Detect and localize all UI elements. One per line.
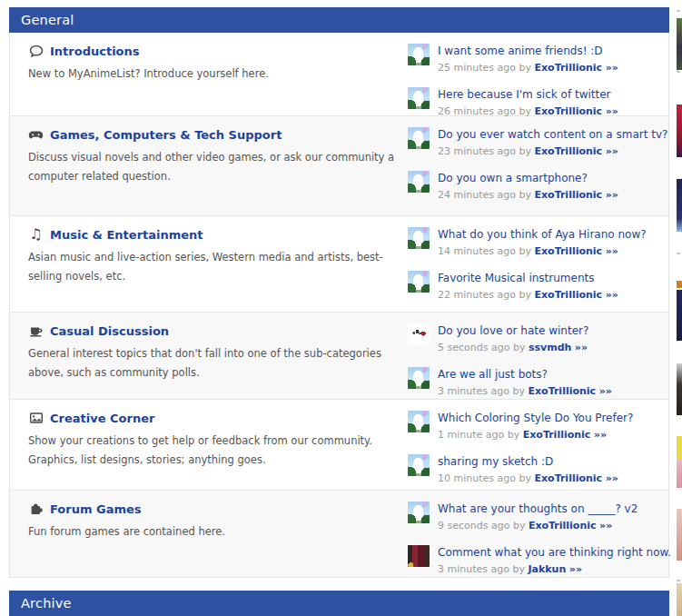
category-row-creative-corner: Creative Corner Show your creations to g… [10, 399, 668, 490]
topic-user-link[interactable]: ExoTrillionic [534, 145, 602, 157]
last-post-arrow-link[interactable]: »» [606, 62, 618, 74]
topic-item: Favorite Musical instruments 22 minutes … [408, 271, 661, 303]
topic-user-link[interactable]: ExoTrillionic [534, 245, 602, 257]
topic-link[interactable]: Do you own a smartphone? [438, 172, 618, 184]
category-link[interactable]: Introductions [50, 45, 140, 58]
category-link[interactable]: Music & Entertainment [50, 228, 203, 242]
topic-link[interactable]: Here because I'm sick of twitter [438, 88, 618, 101]
cutoff-text-fragment [677, 10, 680, 12]
last-post-arrow-link[interactable]: »» [606, 245, 618, 257]
topic-avatar[interactable] [408, 44, 430, 65]
topic-link[interactable]: What are your thoughts on _____? v2 [438, 502, 638, 515]
topic-time: 10 minutes ago by [438, 472, 531, 484]
topic-avatar[interactable] [408, 323, 430, 345]
topic-link[interactable]: Which Coloring Style Do You Prefer? [438, 412, 633, 424]
topic-meta: 9 seconds ago by ExoTrillionic »» [438, 520, 638, 532]
topic-item: What are your thoughts on _____? v2 9 se… [408, 502, 671, 533]
puzzle-icon [28, 502, 44, 516]
topic-user-link[interactable]: ExoTrillionic [534, 189, 602, 201]
category-link[interactable]: Casual Discussion [50, 324, 169, 338]
topic-time: 1 minute ago by [438, 429, 519, 441]
topic-user-link[interactable]: ExoTrillionic [534, 472, 602, 484]
topic-item: What do you think of Aya Hirano now? 14 … [408, 227, 661, 259]
category-link[interactable]: Creative Corner [50, 412, 154, 425]
topic-link[interactable]: Favorite Musical instruments [438, 272, 618, 284]
topic-user-link[interactable]: ExoTrillionic [534, 289, 602, 301]
topic-link[interactable]: sharing my sketch :D [438, 455, 618, 468]
topic-avatar[interactable] [408, 545, 430, 567]
category-info: Forum Games Fun forum games are containe… [28, 502, 398, 577]
topic-time: 14 minutes ago by [438, 245, 531, 257]
category-info: Games, Computers & Tech Support Discuss … [28, 127, 398, 215]
topic-link[interactable]: Are we all just bots? [438, 368, 612, 381]
topic-avatar[interactable] [408, 271, 430, 293]
archive-header-bar: Archive [9, 591, 669, 616]
category-link[interactable]: Forum Games [50, 502, 142, 516]
topic-meta: 23 minutes ago by ExoTrillionic »» [438, 145, 667, 157]
topic-link[interactable]: Do you love or hate winter? [438, 324, 588, 337]
cutoff-avatar-fragment [677, 436, 682, 488]
topic-avatar[interactable] [408, 127, 430, 149]
speech-bubble-icon [28, 44, 44, 58]
general-board: Introductions New to MyAnimeList? Introd… [9, 33, 669, 578]
category-latest-topics: What are your thoughts on _____? v2 9 se… [398, 502, 671, 577]
last-post-arrow-link[interactable]: »» [606, 145, 618, 157]
topic-link[interactable]: Comment what you are thinking right now. [438, 546, 671, 559]
topic-link[interactable]: Do you ever watch content on a smart tv? [438, 128, 667, 141]
topic-user-link[interactable]: ssvmdh [529, 342, 571, 353]
category-row-casual-discussion: Casual Discussion General interest topic… [10, 312, 668, 399]
topic-avatar[interactable] [408, 367, 430, 389]
category-info: Casual Discussion General interest topic… [28, 323, 398, 399]
archive-header-label: Archive [21, 596, 72, 611]
topic-meta: 3 minutes ago by Jakkun »» [438, 563, 671, 575]
last-post-arrow-link[interactable]: »» [599, 385, 612, 397]
topic-item: Comment what you are thinking right now.… [408, 545, 671, 577]
topic-user-link[interactable]: ExoTrillionic [523, 429, 591, 441]
category-info: Introductions New to MyAnimeList? Introd… [28, 44, 398, 115]
topic-time: 24 minutes ago by [438, 189, 531, 201]
category-description: Fun forum games are contained here. [28, 522, 398, 541]
last-post-arrow-link[interactable]: »» [569, 563, 582, 575]
topic-user-link[interactable]: Jakkun [528, 563, 566, 575]
category-link[interactable]: Games, Computers & Tech Support [50, 128, 282, 142]
topic-item: Do you ever watch content on a smart tv?… [408, 127, 667, 159]
topic-avatar[interactable] [408, 502, 430, 523]
topic-meta: 26 minutes ago by ExoTrillionic »» [438, 105, 618, 117]
topic-avatar[interactable] [408, 87, 430, 109]
last-post-arrow-link[interactable]: »» [606, 189, 618, 201]
topic-user-link[interactable]: ExoTrillionic [534, 62, 602, 74]
category-latest-topics: Which Coloring Style Do You Prefer? 1 mi… [398, 411, 661, 490]
topic-user-link[interactable]: ExoTrillionic [528, 385, 596, 397]
topic-avatar[interactable] [408, 411, 430, 432]
category-description: Discuss visual novels and other video ga… [28, 148, 398, 186]
topic-link[interactable]: I want some anime friends! :D [438, 45, 618, 57]
last-post-arrow-link[interactable]: »» [599, 520, 612, 532]
topic-meta: 22 minutes ago by ExoTrillionic »» [438, 289, 618, 301]
topic-avatar[interactable] [408, 454, 430, 476]
category-description: Asian music and live-action series, West… [28, 248, 398, 286]
topic-avatar[interactable] [408, 171, 430, 193]
last-post-arrow-link[interactable]: »» [606, 472, 618, 484]
general-header-bar: General [9, 7, 669, 33]
last-post-arrow-link[interactable]: »» [606, 289, 618, 301]
category-description: Show your creations to get help or feedb… [28, 432, 398, 470]
topic-link[interactable]: What do you think of Aya Hirano now? [438, 228, 647, 241]
last-post-arrow-link[interactable]: »» [594, 429, 607, 441]
last-post-arrow-link[interactable]: »» [575, 342, 588, 353]
cutoff-avatar-fragment [677, 363, 682, 415]
last-post-arrow-link[interactable]: »» [606, 105, 618, 117]
cutoff-avatar-fragment [677, 290, 682, 341]
cutoff-text-fragment [677, 580, 680, 581]
category-row-games-tech: Games, Computers & Tech Support Discuss … [10, 115, 668, 215]
category-latest-topics: Do you love or hate winter? 5 seconds ag… [398, 323, 661, 399]
topic-time: 22 minutes ago by [438, 289, 531, 301]
topic-avatar[interactable] [408, 227, 430, 249]
topic-user-link[interactable]: ExoTrillionic [534, 105, 602, 117]
category-latest-topics: Do you ever watch content on a smart tv?… [398, 127, 667, 215]
topic-user-link[interactable]: ExoTrillionic [529, 520, 597, 532]
cutoff-text-fragment [677, 253, 680, 254]
category-latest-topics: What do you think of Aya Hirano now? 14 … [398, 227, 661, 312]
topic-time: 3 minutes ago by [438, 563, 525, 575]
cutoff-avatar-fragment [677, 179, 682, 232]
topic-time: 3 minutes ago by [438, 385, 525, 397]
